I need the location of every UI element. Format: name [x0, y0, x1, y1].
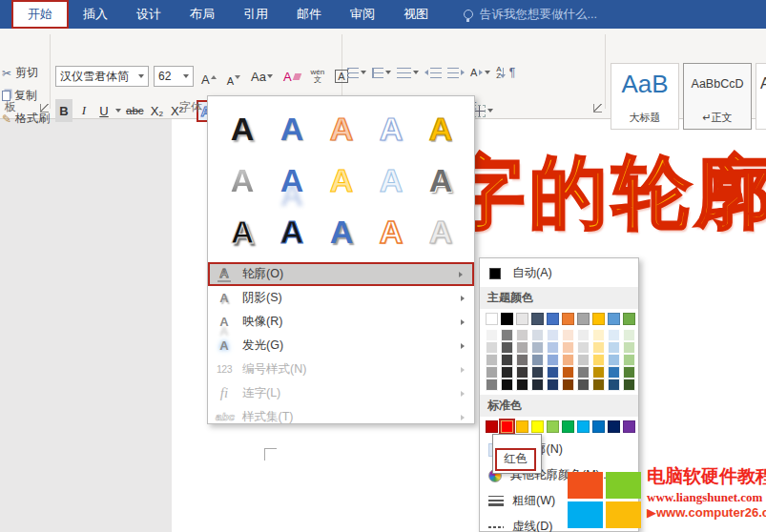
color-swatch[interactable]: [577, 379, 590, 391]
color-swatch[interactable]: [501, 379, 513, 391]
color-swatch[interactable]: [577, 420, 590, 433]
effect-style-3[interactable]: A: [317, 105, 366, 153]
color-swatch[interactable]: [547, 366, 559, 379]
effect-style-6[interactable]: A: [217, 156, 267, 204]
clipboard-dialog-launcher[interactable]: [40, 104, 49, 113]
color-swatch[interactable]: [486, 379, 498, 391]
color-swatch[interactable]: [608, 329, 620, 341]
color-swatch[interactable]: [562, 420, 574, 433]
tell-me-box[interactable]: 告诉我您想要做什么...: [464, 0, 597, 29]
color-swatch[interactable]: [623, 313, 635, 325]
asian-layout-button[interactable]: A: [470, 67, 490, 78]
color-swatch[interactable]: [562, 354, 574, 366]
effect-style-13[interactable]: A: [317, 208, 366, 256]
color-swatch[interactable]: [592, 313, 605, 325]
color-swatch[interactable]: [501, 313, 513, 325]
color-swatch[interactable]: [577, 354, 590, 366]
effect-style-7[interactable]: A: [267, 156, 317, 204]
color-swatch[interactable]: [577, 329, 590, 341]
style-card-normal[interactable]: AaBbCcD ↵正文: [683, 63, 752, 130]
show-marks-button[interactable]: ¶: [509, 66, 515, 79]
multilevel-list-button[interactable]: [397, 68, 419, 78]
cut-button[interactable]: ✂ 剪切: [2, 65, 50, 81]
change-case-button[interactable]: Aa: [248, 66, 276, 87]
menu-item-outline[interactable]: A 轮廓(O): [208, 262, 474, 286]
color-swatch[interactable]: [531, 329, 544, 341]
color-swatch[interactable]: [516, 329, 528, 341]
color-swatch[interactable]: [531, 366, 544, 379]
underline-button[interactable]: U: [95, 99, 113, 122]
color-swatch[interactable]: [486, 329, 498, 341]
color-swatch[interactable]: [531, 379, 544, 391]
color-swatch[interactable]: [501, 329, 513, 341]
color-swatch[interactable]: [531, 354, 544, 366]
color-swatch[interactable]: [577, 313, 590, 325]
color-swatch[interactable]: [577, 341, 590, 354]
color-swatch[interactable]: [608, 313, 620, 325]
color-swatch[interactable]: [501, 354, 513, 366]
grow-font-button[interactable]: A: [198, 66, 219, 87]
color-swatch[interactable]: [623, 420, 635, 433]
color-swatch[interactable]: [516, 366, 528, 379]
color-swatch[interactable]: [592, 354, 605, 366]
color-swatch[interactable]: [531, 420, 544, 433]
color-swatch[interactable]: [623, 379, 635, 391]
color-swatch[interactable]: [592, 420, 605, 433]
color-swatch[interactable]: [562, 329, 574, 341]
effect-style-5[interactable]: A: [416, 105, 466, 153]
numbering-button[interactable]: [372, 68, 391, 78]
color-swatch[interactable]: [486, 354, 498, 366]
color-swatch[interactable]: [592, 379, 605, 391]
theme-tints-grid[interactable]: [480, 329, 638, 395]
color-swatch[interactable]: [623, 341, 635, 354]
color-swatch[interactable]: [486, 341, 498, 354]
chevron-down-icon[interactable]: [115, 109, 121, 113]
color-swatch[interactable]: [623, 354, 635, 366]
effect-style-1[interactable]: A: [217, 105, 267, 153]
color-swatch[interactable]: [531, 313, 544, 325]
color-swatch[interactable]: [547, 313, 559, 325]
shrink-font-button[interactable]: A: [224, 66, 243, 87]
menu-item-shadow[interactable]: A 阴影(S): [208, 286, 474, 310]
color-swatch[interactable]: [608, 366, 620, 379]
effect-style-11[interactable]: A: [217, 208, 267, 256]
menu-item-glow[interactable]: A 发光(G): [208, 334, 474, 358]
color-swatch[interactable]: [623, 329, 635, 341]
tab-review[interactable]: 审阅: [336, 0, 389, 29]
sort-button[interactable]: AZ: [496, 66, 503, 79]
color-swatch[interactable]: [562, 366, 574, 379]
effect-style-12[interactable]: A: [267, 208, 317, 256]
color-swatch[interactable]: [547, 341, 559, 354]
strikethrough-button[interactable]: abc: [124, 99, 146, 122]
bold-button[interactable]: B: [55, 99, 72, 122]
color-swatch[interactable]: [592, 341, 605, 354]
decrease-indent-button[interactable]: [424, 68, 442, 78]
style-card-partial[interactable]: Aa: [756, 63, 766, 130]
color-swatch[interactable]: [547, 379, 559, 391]
color-swatch[interactable]: [608, 354, 620, 366]
color-swatch[interactable]: [562, 341, 574, 354]
tab-view[interactable]: 视图: [389, 0, 443, 29]
pinyin-guide-button[interactable]: wén文: [308, 66, 328, 87]
color-swatch[interactable]: [562, 379, 574, 391]
effect-style-4[interactable]: A: [366, 105, 416, 153]
color-swatch[interactable]: [592, 329, 605, 341]
tab-design[interactable]: 设计: [122, 0, 176, 29]
font-name-combo[interactable]: 汉仪雪君体简: [55, 66, 149, 87]
color-swatch[interactable]: [516, 379, 528, 391]
tab-layout[interactable]: 布局: [176, 0, 229, 29]
color-swatch[interactable]: [501, 341, 513, 354]
color-swatch[interactable]: [516, 420, 528, 433]
bullets-button[interactable]: [347, 68, 366, 78]
color-swatch[interactable]: [547, 420, 559, 433]
clear-formatting-button[interactable]: A: [280, 66, 303, 87]
color-swatch[interactable]: [592, 366, 605, 379]
color-swatch[interactable]: [486, 313, 498, 325]
effect-style-8[interactable]: A: [317, 156, 366, 204]
style-card-title[interactable]: AaB 大标题: [611, 63, 679, 130]
wordart-text[interactable]: 字的轮廓↵: [446, 143, 766, 241]
color-swatch[interactable]: [547, 354, 559, 366]
tab-mailings[interactable]: 邮件: [282, 0, 336, 29]
color-swatch[interactable]: [608, 379, 620, 391]
color-swatch[interactable]: [623, 366, 635, 379]
